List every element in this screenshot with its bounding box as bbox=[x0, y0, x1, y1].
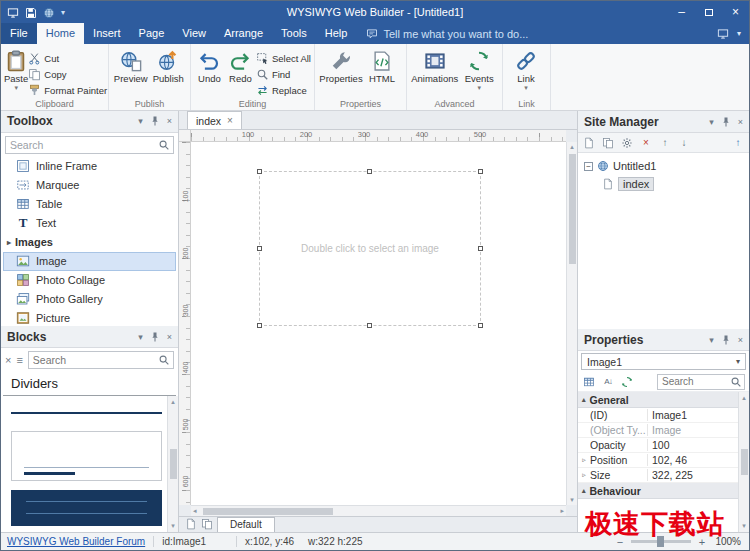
cut-button[interactable]: Cut bbox=[28, 51, 107, 65]
toolbox-search-input[interactable] bbox=[5, 136, 174, 154]
maximize-button[interactable] bbox=[695, 1, 722, 23]
close-button[interactable]: × bbox=[722, 1, 749, 23]
find-button[interactable]: Find bbox=[256, 67, 311, 81]
app-icon[interactable] bbox=[7, 5, 19, 18]
divider-block-simple-line[interactable] bbox=[11, 404, 162, 422]
site-manager-close-icon[interactable]: × bbox=[738, 117, 743, 127]
menu-tab-help[interactable]: Help bbox=[316, 23, 357, 44]
canvas-horizontal-scrollbar[interactable]: ◂ ▸ bbox=[191, 505, 566, 516]
property-row-id[interactable]: (ID) Image1 bbox=[578, 408, 738, 423]
property-value[interactable]: 322, 225 bbox=[648, 469, 738, 481]
master-page-icon[interactable] bbox=[201, 517, 213, 530]
toolbox-item-photo-gallery[interactable]: Photo Gallery bbox=[3, 290, 176, 309]
scroll-down-icon[interactable]: ▾ bbox=[171, 522, 175, 530]
page-canvas[interactable]: Double click to select an image bbox=[191, 142, 566, 505]
toolbox-category-images[interactable]: ▸Images bbox=[1, 233, 178, 252]
scroll-up-icon[interactable]: ▴ bbox=[567, 143, 577, 151]
row-expander-icon[interactable]: ▹ bbox=[578, 471, 590, 479]
object-selector-dropdown[interactable]: Image1 ▾ bbox=[581, 353, 746, 370]
menu-tab-arrange[interactable]: Arrange bbox=[215, 23, 272, 44]
publish-button[interactable]: Publish bbox=[150, 46, 188, 97]
save-icon[interactable] bbox=[25, 5, 37, 18]
paste-button[interactable]: Paste ▾ bbox=[4, 46, 28, 97]
toolbox-item-marquee[interactable]: Marquee bbox=[3, 176, 176, 195]
blocks-close-icon[interactable]: × bbox=[167, 332, 172, 342]
blocks-scrollbar[interactable]: ▴ ▾ bbox=[167, 396, 178, 532]
undo-button[interactable]: Undo bbox=[194, 46, 225, 97]
scroll-down-icon[interactable]: ▾ bbox=[567, 496, 577, 504]
selection-handle-se[interactable] bbox=[478, 323, 483, 328]
blocks-clear-icon[interactable]: × bbox=[5, 354, 11, 366]
property-value[interactable]: Image1 bbox=[648, 409, 738, 421]
scroll-up-icon[interactable]: ▴ bbox=[171, 398, 175, 406]
qat-customize-caret-icon[interactable]: ▾ bbox=[61, 8, 65, 17]
property-value[interactable]: 100 bbox=[648, 439, 738, 451]
html-button[interactable]: HTML bbox=[364, 46, 400, 97]
preview-site-icon[interactable] bbox=[43, 5, 55, 18]
category-general[interactable]: ▴ General bbox=[578, 392, 738, 408]
site-manager-menu-caret-icon[interactable]: ▾ bbox=[709, 117, 714, 127]
category-behaviour[interactable]: ▴ Behaviour bbox=[578, 483, 738, 499]
toolbox-close-icon[interactable]: × bbox=[167, 116, 172, 126]
display-options-icon[interactable] bbox=[717, 28, 729, 40]
properties-close-icon[interactable]: × bbox=[738, 335, 743, 345]
scrollbar-thumb[interactable] bbox=[741, 449, 748, 475]
menu-tab-file[interactable]: File bbox=[1, 23, 37, 44]
property-value[interactable]: 102, 46 bbox=[648, 454, 738, 466]
scrollbar-thumb[interactable] bbox=[569, 154, 576, 264]
link-button[interactable]: Link ▾ bbox=[506, 46, 546, 97]
scroll-right-icon[interactable]: ▸ bbox=[560, 507, 564, 515]
selection-handle-n[interactable] bbox=[367, 169, 372, 174]
selection-handle-ne[interactable] bbox=[478, 169, 483, 174]
menu-tab-tools[interactable]: Tools bbox=[272, 23, 316, 44]
properties-scrollbar[interactable]: ▴ ▾ bbox=[738, 392, 749, 532]
page-tab-default[interactable]: Default bbox=[217, 517, 275, 532]
blocks-pin-icon[interactable] bbox=[149, 331, 161, 343]
divider-block-boxed[interactable] bbox=[11, 431, 162, 481]
sort-alphabetical-icon[interactable]: A↓ bbox=[601, 375, 615, 389]
tell-me-box[interactable]: Tell me what you want to do... bbox=[366, 23, 528, 44]
page-list-icon[interactable] bbox=[185, 517, 197, 530]
toolbox-pin-icon[interactable] bbox=[149, 115, 161, 127]
property-row-size[interactable]: ▹ Size 322, 225 bbox=[578, 468, 738, 483]
menu-tab-page[interactable]: Page bbox=[130, 23, 174, 44]
scroll-up-icon[interactable]: ▴ bbox=[742, 394, 746, 402]
minimize-button[interactable]: – bbox=[668, 1, 695, 23]
blocks-search-input[interactable] bbox=[28, 351, 174, 369]
selection-handle-sw[interactable] bbox=[257, 323, 262, 328]
menu-tab-insert[interactable]: Insert bbox=[84, 23, 130, 44]
selection-handle-w[interactable] bbox=[257, 246, 262, 251]
page-properties-icon[interactable] bbox=[620, 136, 634, 150]
toolbox-item-inline-frame[interactable]: Inline Frame bbox=[3, 157, 176, 176]
property-row-opacity[interactable]: Opacity 100 bbox=[578, 438, 738, 453]
site-tree-page-index[interactable]: index bbox=[578, 175, 749, 193]
canvas-vertical-scrollbar[interactable]: ▴ ▾ bbox=[566, 142, 577, 505]
scroll-down-icon[interactable]: ▾ bbox=[742, 522, 746, 530]
publish-page-icon[interactable]: ↑ bbox=[731, 136, 745, 150]
properties-menu-caret-icon[interactable]: ▾ bbox=[709, 335, 714, 345]
select-all-button[interactable]: Select All bbox=[256, 51, 311, 65]
site-tree-root[interactable]: − Untitled1 bbox=[578, 157, 749, 175]
property-row-position[interactable]: ▹ Position 102, 46 bbox=[578, 453, 738, 468]
tab-close-icon[interactable]: × bbox=[227, 115, 233, 126]
forum-link[interactable]: WYSIWYG Web Builder Forum bbox=[7, 536, 145, 547]
scrollbar-thumb[interactable] bbox=[203, 508, 333, 515]
toolbox-item-image[interactable]: Image bbox=[3, 252, 176, 271]
row-expander-icon[interactable]: ▹ bbox=[578, 456, 590, 464]
preview-button[interactable]: Preview bbox=[112, 46, 150, 97]
menu-tab-view[interactable]: View bbox=[173, 23, 215, 44]
move-page-up-icon[interactable]: ↑ bbox=[658, 136, 672, 150]
properties-pin-icon[interactable] bbox=[720, 334, 732, 346]
animations-button[interactable]: Animations bbox=[410, 46, 459, 97]
copy-button[interactable]: Copy bbox=[28, 67, 107, 81]
blocks-menu-icon[interactable]: ≡ bbox=[16, 354, 22, 366]
selection-handle-nw[interactable] bbox=[257, 169, 262, 174]
scrollbar-thumb[interactable] bbox=[170, 449, 177, 479]
events-filter-icon[interactable] bbox=[620, 375, 634, 389]
blocks-menu-caret-icon[interactable]: ▾ bbox=[138, 332, 143, 342]
document-tab-index[interactable]: index × bbox=[187, 111, 242, 129]
tree-expander-icon[interactable]: − bbox=[584, 162, 593, 171]
events-button[interactable]: Events ▾ bbox=[459, 46, 499, 97]
menu-tab-home[interactable]: Home bbox=[37, 23, 84, 44]
move-page-down-icon[interactable]: ↓ bbox=[677, 136, 691, 150]
